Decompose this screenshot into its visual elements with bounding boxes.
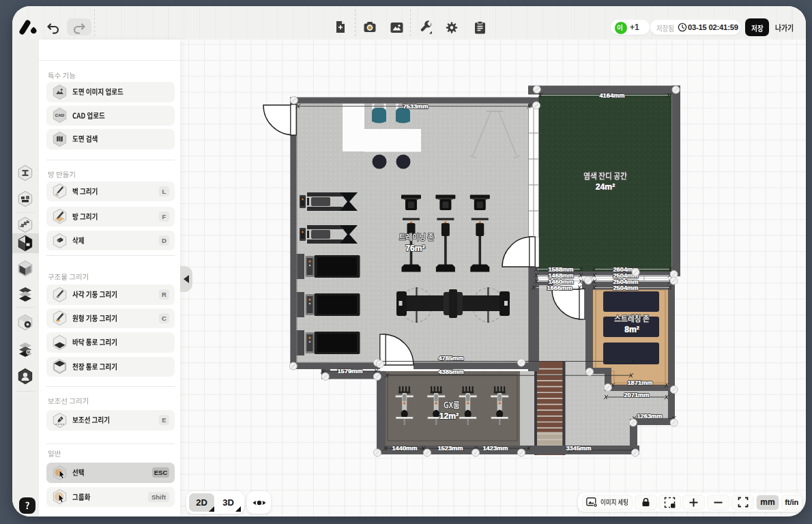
svg-text:1666mm: 1666mm	[547, 285, 572, 291]
svg-text:1263mm: 1263mm	[637, 413, 662, 420]
svg-text:1523mm: 1523mm	[437, 445, 463, 452]
svg-text:1423mm: 1423mm	[482, 445, 508, 452]
svg-text:4785mm: 4785mm	[438, 355, 463, 362]
svg-text:B: B	[27, 350, 31, 354]
svg-text:1579mm: 1579mm	[337, 368, 362, 375]
svg-text:2504mm: 2504mm	[613, 285, 638, 291]
svg-text:1440mm: 1440mm	[392, 445, 417, 452]
svg-text:3345mm: 3345mm	[566, 445, 591, 452]
svg-text:8m²: 8m²	[624, 325, 639, 334]
svg-text:CAD: CAD	[55, 113, 65, 118]
svg-text:24m²: 24m²	[596, 182, 615, 192]
svg-text:4385mm: 4385mm	[438, 368, 463, 375]
svg-text:2071mm: 2071mm	[624, 392, 649, 398]
svg-text:1871mm: 1871mm	[627, 379, 652, 386]
svg-text:76m²: 76m²	[405, 244, 424, 253]
svg-text:7533mm: 7533mm	[403, 103, 428, 110]
svg-text:4164mm: 4164mm	[599, 92, 624, 99]
svg-text:12m²: 12m²	[439, 411, 459, 421]
